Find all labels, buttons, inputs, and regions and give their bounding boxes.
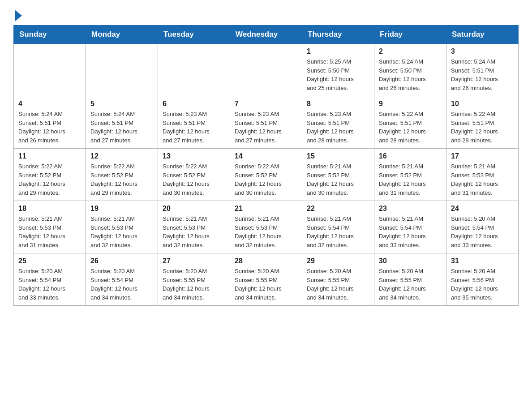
day-of-week-header: Sunday — [14, 26, 86, 44]
day-number: 15 — [307, 152, 369, 160]
day-number: 1 — [307, 47, 369, 56]
calendar-week-row: 1Sunrise: 5:25 AM Sunset: 5:50 PM Daylig… — [14, 44, 519, 96]
calendar-week-row: 18Sunrise: 5:21 AM Sunset: 5:53 PM Dayli… — [14, 201, 519, 253]
calendar-cell: 16Sunrise: 5:21 AM Sunset: 5:52 PM Dayli… — [374, 149, 446, 201]
calendar-week-row: 4Sunrise: 5:24 AM Sunset: 5:51 PM Daylig… — [14, 96, 519, 149]
day-info: Sunrise: 5:24 AM Sunset: 5:51 PM Dayligh… — [90, 110, 153, 145]
calendar-cell: 18Sunrise: 5:21 AM Sunset: 5:53 PM Dayli… — [14, 201, 86, 253]
day-info: Sunrise: 5:21 AM Sunset: 5:53 PM Dayligh… — [90, 214, 153, 249]
day-number: 19 — [90, 205, 153, 213]
day-info: Sunrise: 5:20 AM Sunset: 5:55 PM Dayligh… — [235, 267, 297, 302]
calendar-cell: 26Sunrise: 5:20 AM Sunset: 5:54 PM Dayli… — [86, 253, 158, 306]
calendar-cell: 2Sunrise: 5:24 AM Sunset: 5:50 PM Daylig… — [374, 44, 446, 96]
calendar-cell: 1Sunrise: 5:25 AM Sunset: 5:50 PM Daylig… — [302, 44, 374, 96]
day-number: 18 — [18, 205, 81, 213]
day-number: 17 — [451, 152, 514, 160]
calendar-cell: 31Sunrise: 5:20 AM Sunset: 5:56 PM Dayli… — [446, 253, 519, 306]
calendar-cell: 14Sunrise: 5:22 AM Sunset: 5:52 PM Dayli… — [230, 149, 302, 201]
day-of-week-header: Thursday — [302, 26, 374, 44]
day-info: Sunrise: 5:20 AM Sunset: 5:56 PM Dayligh… — [451, 267, 514, 302]
day-info: Sunrise: 5:23 AM Sunset: 5:51 PM Dayligh… — [307, 110, 369, 145]
header-row: SundayMondayTuesdayWednesdayThursdayFrid… — [14, 26, 519, 44]
day-of-week-header: Wednesday — [230, 26, 302, 44]
calendar-cell: 21Sunrise: 5:21 AM Sunset: 5:53 PM Dayli… — [230, 201, 302, 253]
page-header — [13, 9, 519, 21]
calendar-cell: 10Sunrise: 5:22 AM Sunset: 5:51 PM Dayli… — [446, 96, 519, 149]
day-number: 21 — [235, 205, 297, 213]
day-info: Sunrise: 5:24 AM Sunset: 5:51 PM Dayligh… — [18, 110, 81, 145]
calendar-cell: 27Sunrise: 5:20 AM Sunset: 5:55 PM Dayli… — [158, 253, 230, 306]
day-info: Sunrise: 5:25 AM Sunset: 5:50 PM Dayligh… — [307, 57, 369, 92]
calendar-week-row: 25Sunrise: 5:20 AM Sunset: 5:54 PM Dayli… — [14, 253, 519, 306]
day-info: Sunrise: 5:21 AM Sunset: 5:52 PM Dayligh… — [307, 162, 369, 197]
day-info: Sunrise: 5:22 AM Sunset: 5:52 PM Dayligh… — [18, 162, 81, 197]
day-info: Sunrise: 5:24 AM Sunset: 5:51 PM Dayligh… — [451, 57, 514, 92]
day-number: 13 — [163, 152, 225, 160]
calendar-cell: 9Sunrise: 5:22 AM Sunset: 5:51 PM Daylig… — [374, 96, 446, 149]
calendar-cell: 28Sunrise: 5:20 AM Sunset: 5:55 PM Dayli… — [230, 253, 302, 306]
day-info: Sunrise: 5:21 AM Sunset: 5:52 PM Dayligh… — [379, 162, 442, 197]
day-info: Sunrise: 5:21 AM Sunset: 5:53 PM Dayligh… — [235, 214, 297, 249]
calendar-cell: 30Sunrise: 5:20 AM Sunset: 5:55 PM Dayli… — [374, 253, 446, 306]
calendar-cell: 23Sunrise: 5:21 AM Sunset: 5:54 PM Dayli… — [374, 201, 446, 253]
calendar-header: SundayMondayTuesdayWednesdayThursdayFrid… — [14, 26, 519, 44]
day-number: 2 — [379, 47, 442, 56]
day-number: 9 — [379, 100, 442, 108]
calendar-cell: 24Sunrise: 5:20 AM Sunset: 5:54 PM Dayli… — [446, 201, 519, 253]
logo — [13, 9, 22, 21]
calendar-cell: 20Sunrise: 5:21 AM Sunset: 5:53 PM Dayli… — [158, 201, 230, 253]
day-info: Sunrise: 5:21 AM Sunset: 5:53 PM Dayligh… — [163, 214, 225, 249]
day-info: Sunrise: 5:23 AM Sunset: 5:51 PM Dayligh… — [235, 110, 297, 145]
day-number: 5 — [90, 100, 153, 108]
calendar-table: SundayMondayTuesdayWednesdayThursdayFrid… — [13, 25, 519, 306]
day-info: Sunrise: 5:20 AM Sunset: 5:54 PM Dayligh… — [90, 267, 153, 302]
calendar-body: 1Sunrise: 5:25 AM Sunset: 5:50 PM Daylig… — [14, 44, 519, 306]
day-number: 22 — [307, 205, 369, 213]
day-info: Sunrise: 5:22 AM Sunset: 5:52 PM Dayligh… — [163, 162, 225, 197]
calendar-cell: 13Sunrise: 5:22 AM Sunset: 5:52 PM Dayli… — [158, 149, 230, 201]
day-info: Sunrise: 5:20 AM Sunset: 5:55 PM Dayligh… — [307, 267, 369, 302]
day-number: 26 — [90, 257, 153, 265]
day-number: 14 — [235, 152, 297, 160]
logo-arrow-icon — [15, 10, 22, 21]
calendar-cell: 15Sunrise: 5:21 AM Sunset: 5:52 PM Dayli… — [302, 149, 374, 201]
calendar-cell: 19Sunrise: 5:21 AM Sunset: 5:53 PM Dayli… — [86, 201, 158, 253]
calendar-cell — [14, 44, 86, 96]
calendar-cell: 8Sunrise: 5:23 AM Sunset: 5:51 PM Daylig… — [302, 96, 374, 149]
calendar-cell: 3Sunrise: 5:24 AM Sunset: 5:51 PM Daylig… — [446, 44, 519, 96]
calendar-cell: 6Sunrise: 5:23 AM Sunset: 5:51 PM Daylig… — [158, 96, 230, 149]
calendar-cell — [86, 44, 158, 96]
day-info: Sunrise: 5:22 AM Sunset: 5:51 PM Dayligh… — [379, 110, 442, 145]
calendar-week-row: 11Sunrise: 5:22 AM Sunset: 5:52 PM Dayli… — [14, 149, 519, 201]
calendar-cell: 25Sunrise: 5:20 AM Sunset: 5:54 PM Dayli… — [14, 253, 86, 306]
day-number: 27 — [163, 257, 225, 265]
day-info: Sunrise: 5:21 AM Sunset: 5:53 PM Dayligh… — [18, 214, 81, 249]
calendar-cell: 5Sunrise: 5:24 AM Sunset: 5:51 PM Daylig… — [86, 96, 158, 149]
calendar-cell: 17Sunrise: 5:21 AM Sunset: 5:53 PM Dayli… — [446, 149, 519, 201]
day-info: Sunrise: 5:23 AM Sunset: 5:51 PM Dayligh… — [163, 110, 225, 145]
calendar-cell: 11Sunrise: 5:22 AM Sunset: 5:52 PM Dayli… — [14, 149, 86, 201]
calendar-cell — [230, 44, 302, 96]
day-info: Sunrise: 5:21 AM Sunset: 5:53 PM Dayligh… — [451, 162, 514, 197]
day-number: 28 — [235, 257, 297, 265]
day-of-week-header: Monday — [86, 26, 158, 44]
day-number: 3 — [451, 47, 514, 56]
day-number: 10 — [451, 100, 514, 108]
day-number: 4 — [18, 100, 81, 108]
day-info: Sunrise: 5:21 AM Sunset: 5:54 PM Dayligh… — [307, 214, 369, 249]
calendar-cell: 22Sunrise: 5:21 AM Sunset: 5:54 PM Dayli… — [302, 201, 374, 253]
day-of-week-header: Tuesday — [158, 26, 230, 44]
day-number: 31 — [451, 257, 514, 265]
day-info: Sunrise: 5:20 AM Sunset: 5:55 PM Dayligh… — [163, 267, 225, 302]
day-of-week-header: Saturday — [446, 26, 519, 44]
day-number: 6 — [163, 100, 225, 108]
day-info: Sunrise: 5:20 AM Sunset: 5:54 PM Dayligh… — [451, 214, 514, 249]
calendar-cell: 4Sunrise: 5:24 AM Sunset: 5:51 PM Daylig… — [14, 96, 86, 149]
day-number: 16 — [379, 152, 442, 160]
day-number: 11 — [18, 152, 81, 160]
calendar-cell: 29Sunrise: 5:20 AM Sunset: 5:55 PM Dayli… — [302, 253, 374, 306]
day-info: Sunrise: 5:22 AM Sunset: 5:52 PM Dayligh… — [90, 162, 153, 197]
day-info: Sunrise: 5:24 AM Sunset: 5:50 PM Dayligh… — [379, 57, 442, 92]
day-number: 7 — [235, 100, 297, 108]
calendar-cell: 7Sunrise: 5:23 AM Sunset: 5:51 PM Daylig… — [230, 96, 302, 149]
